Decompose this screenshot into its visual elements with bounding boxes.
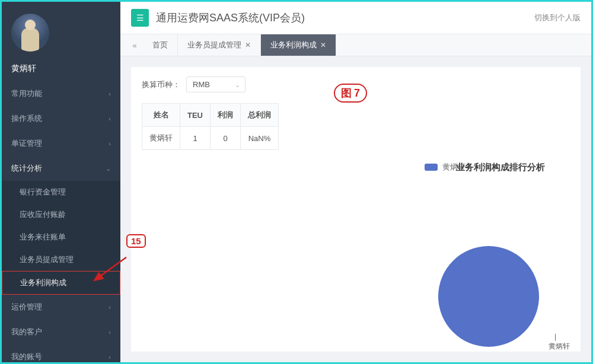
double-chevron-left-icon: « [132, 41, 136, 50]
pie-slice-label: 黄炳轩 [549, 341, 570, 352]
menu-toggle-button[interactable]: ☰ [131, 9, 149, 27]
chart-title: 业务利润构成排行分析 [456, 162, 545, 173]
cell-teu: 1 [180, 127, 211, 150]
hamburger-icon: ☰ [136, 13, 144, 23]
sidebar-item-label: 常用功能 [11, 88, 42, 99]
switch-personal-link[interactable]: 切换到个人版 [534, 12, 581, 23]
pie-label-connector [555, 334, 556, 341]
currency-label: 换算币种： [142, 79, 180, 90]
topbar: ☰ 通用运费网SAAS系统(VIP会员) 切换到个人版 [120, 2, 591, 34]
currency-row: 换算币种： RMB ⌄ [142, 76, 570, 92]
sidebar-item-freight[interactable]: 运价管理 ‹ [2, 295, 120, 320]
chevron-down-icon: ⌄ [106, 165, 111, 173]
profit-table: 姓名 TEU 利润 总利润 黄炳轩 1 0 NaN% [142, 103, 279, 150]
th-teu: TEU [180, 104, 211, 127]
currency-selected: RMB [193, 80, 210, 89]
th-name: 姓名 [142, 104, 180, 127]
cell-profit: 0 [211, 127, 241, 150]
close-icon[interactable]: ✕ [320, 41, 326, 49]
th-total: 总利润 [241, 104, 279, 127]
th-profit: 利润 [211, 104, 241, 127]
sidebar-item-ar-ap-aging[interactable]: 应收应付账龄 [2, 203, 120, 226]
pie-chart[interactable] [438, 246, 539, 347]
sidebar-item-profit-composition[interactable]: 业务利润构成 [2, 271, 120, 295]
content: 换算币种： RMB ⌄ 姓名 TEU 利润 总利润 [120, 56, 591, 362]
tabbar: « 首页 业务员提成管理 ✕ 业务利润构成 ✕ [120, 34, 591, 56]
tab-label: 首页 [152, 40, 168, 50]
sidebar-item-business-ledger[interactable]: 业务来往账单 [2, 226, 120, 248]
tab-home[interactable]: 首页 [143, 34, 178, 56]
sidebar-submenu-analytics: 银行资金管理 应收应付账龄 业务来往账单 业务员提成管理 业务利润构成 [2, 181, 120, 295]
sidebar-item-label: 我的客户 [11, 327, 42, 337]
chevron-left-icon: ‹ [109, 90, 111, 97]
cell-name: 黄炳轩 [142, 127, 180, 150]
sidebar-item-label: 运价管理 [11, 302, 42, 312]
tab-commission[interactable]: 业务员提成管理 ✕ [178, 34, 261, 56]
cell-total: NaN% [241, 127, 279, 150]
close-icon[interactable]: ✕ [245, 41, 251, 49]
table-row[interactable]: 黄炳轩 1 0 NaN% [142, 127, 279, 150]
currency-select[interactable]: RMB ⌄ [186, 76, 246, 92]
sidebar-item-label: 单证管理 [11, 138, 42, 149]
legend-swatch [425, 164, 438, 171]
avatar[interactable] [11, 14, 49, 52]
app-title: 通用运费网SAAS系统(VIP会员) [156, 11, 305, 25]
sidebar-item-my-customers[interactable]: 我的客户 ‹ [2, 320, 120, 344]
avatar-block [2, 2, 120, 60]
sidebar-item-bank-funds[interactable]: 银行资金管理 [2, 181, 120, 203]
tab-label: 业务员提成管理 [187, 40, 241, 50]
chevron-down-icon: ⌄ [235, 81, 240, 88]
sidebar-item-label: 统计分析 [11, 163, 42, 174]
sidebar-item-label: 操作系统 [11, 113, 42, 124]
sidebar: 黄炳轩 常用功能 ‹ 操作系统 ‹ 单证管理 ‹ 统计分析 ⌄ 银行资金管理 应… [2, 2, 120, 362]
sidebar-item-operation[interactable]: 操作系统 ‹ [2, 106, 120, 131]
sidebar-item-analytics[interactable]: 统计分析 ⌄ [2, 156, 120, 181]
tab-profit-composition[interactable]: 业务利润构成 ✕ [261, 34, 336, 56]
chevron-left-icon: ‹ [109, 353, 111, 360]
chevron-left-icon: ‹ [109, 304, 111, 311]
sidebar-item-docs[interactable]: 单证管理 ‹ [2, 131, 120, 156]
chevron-left-icon: ‹ [109, 115, 111, 122]
username: 黄炳轩 [2, 60, 120, 81]
sidebar-item-label: 我的账号 [11, 352, 42, 362]
tab-label: 业务利润构成 [270, 40, 317, 50]
main: ☰ 通用运费网SAAS系统(VIP会员) 切换到个人版 « 首页 业务员提成管理… [120, 2, 591, 362]
sidebar-item-common[interactable]: 常用功能 ‹ [2, 81, 120, 106]
tab-collapse-button[interactable]: « [126, 34, 143, 56]
table-header-row: 姓名 TEU 利润 总利润 [142, 104, 279, 127]
panel: 换算币种： RMB ⌄ 姓名 TEU 利润 总利润 [131, 67, 581, 352]
sidebar-item-commission[interactable]: 业务员提成管理 [2, 248, 120, 271]
chevron-left-icon: ‹ [109, 140, 111, 147]
sidebar-item-my-account[interactable]: 我的账号 ‹ [2, 344, 120, 364]
chevron-left-icon: ‹ [109, 328, 111, 336]
